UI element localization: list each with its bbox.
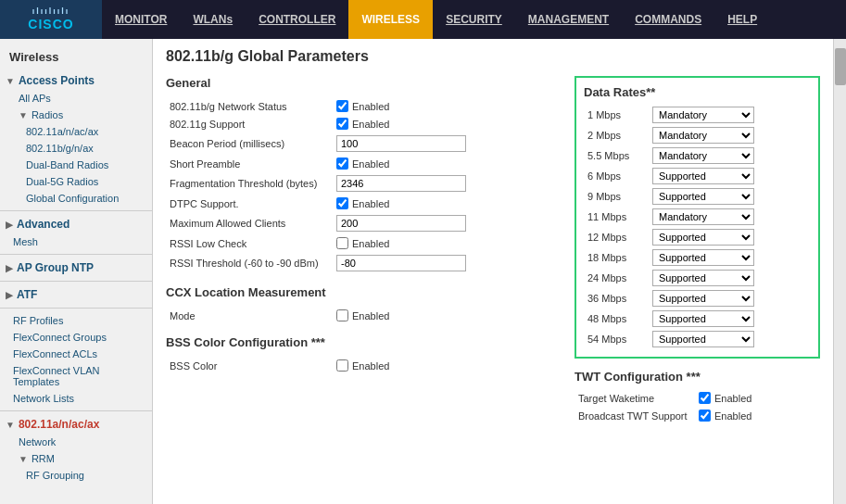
data-rate-row: 48 MbpsMandatorySupportedDisabled xyxy=(584,309,811,329)
broadcast-twt-checkbox[interactable] xyxy=(699,410,711,422)
sidebar-item-flexconnect-groups[interactable]: FlexConnect Groups xyxy=(0,329,152,346)
field-label: Maximum Allowed Clients xyxy=(166,212,333,234)
nav-controller[interactable]: CONTROLLER xyxy=(246,0,348,39)
nav-management[interactable]: MANAGEMENT xyxy=(515,0,622,39)
twt-row-broadcast: Broadcast TWT Support Enabled xyxy=(575,407,820,424)
ccx-mode-checkbox[interactable] xyxy=(336,309,348,321)
field-label: Short Preamble xyxy=(166,155,333,172)
radios-expand-icon: ▼ xyxy=(19,110,28,120)
sidebar-item-rf-profiles[interactable]: RF Profiles xyxy=(0,312,152,329)
expand-icon: ▼ xyxy=(6,76,15,86)
field-label: 802.11g Support xyxy=(166,115,333,132)
rate-select-5[interactable]: MandatorySupportedDisabled xyxy=(652,208,754,225)
bss-section-title: BSS Color Configuration *** xyxy=(166,335,560,349)
broadcast-twt-group: Enabled xyxy=(699,410,816,422)
sidebar-item-flexconnect-vlan[interactable]: FlexConnect VLAN Templates xyxy=(0,362,152,390)
scrollbar-thumb[interactable] xyxy=(835,48,846,85)
field-label: DTPC Support. xyxy=(166,195,333,212)
data-rate-row: 54 MbpsMandatorySupportedDisabled xyxy=(584,329,811,349)
sidebar-item-80211bgnax[interactable]: 802.11b/g/n/ax xyxy=(0,140,152,157)
rate-select-2[interactable]: MandatorySupportedDisabled xyxy=(652,147,754,164)
fragmentation-input[interactable] xyxy=(336,175,466,192)
general-section-title: General xyxy=(166,76,560,90)
field-label: 802.11b/g Network Status xyxy=(166,97,333,115)
short-preamble-checkbox-group: Enabled xyxy=(336,158,556,170)
sidebar-item-80211anax[interactable]: 802.11a/n/ac/ax xyxy=(0,123,152,140)
twt-label: Broadcast TWT Support xyxy=(575,407,695,424)
nav-monitor[interactable]: MONITOR xyxy=(102,0,180,39)
sidebar-item-network[interactable]: Network xyxy=(0,434,152,450)
rate-select-3[interactable]: MandatorySupportedDisabled xyxy=(652,168,754,184)
sidebar-item-network-lists[interactable]: Network Lists xyxy=(0,390,152,407)
sidebar-item-flexconnect-acls[interactable]: FlexConnect ACLs xyxy=(0,346,152,362)
sidebar-item-all-aps[interactable]: All APs xyxy=(0,90,152,107)
sidebar-item-access-points[interactable]: ▼ Access Points xyxy=(0,71,152,90)
nav-items: MONITOR WLANs CONTROLLER WIRELESS SECURI… xyxy=(102,0,846,39)
rate-label: 1 Mbps xyxy=(584,105,649,125)
rate-label: 9 Mbps xyxy=(584,186,649,207)
nav-commands[interactable]: COMMANDS xyxy=(622,0,714,39)
cisco-logo: ılıılıılı CISCO xyxy=(0,0,102,39)
rate-label: 11 Mbps xyxy=(584,207,649,227)
sidebar-item-dual-5g[interactable]: Dual-5G Radios xyxy=(0,173,152,190)
field-label: RSSI Threshold (-60 to -90 dBm) xyxy=(166,252,333,274)
field-label: BSS Color xyxy=(166,357,333,374)
rate-select-4[interactable]: MandatorySupportedDisabled xyxy=(652,188,754,205)
nav-security[interactable]: SECURITY xyxy=(433,0,515,39)
rate-select-9[interactable]: MandatorySupportedDisabled xyxy=(652,290,754,307)
sidebar-item-rrm[interactable]: ▼ RRM xyxy=(0,450,152,467)
a-expand-icon: ▼ xyxy=(6,420,15,430)
main-content: 802.11b/g Global Parameters General 802.… xyxy=(153,39,833,504)
rate-label: 48 Mbps xyxy=(584,309,649,329)
nav-wireless[interactable]: WIRELESS xyxy=(348,0,433,39)
ccx-form: Mode Enabled xyxy=(166,307,560,324)
sidebar-item-mesh[interactable]: Mesh xyxy=(0,233,152,250)
sidebar-item-dual-band[interactable]: Dual-Band Radios xyxy=(0,157,152,173)
field-max-clients: Maximum Allowed Clients xyxy=(166,212,560,234)
80211g-support-checkbox[interactable] xyxy=(336,118,348,130)
sidebar-divider-4 xyxy=(0,308,152,309)
rate-select-6[interactable]: MandatorySupportedDisabled xyxy=(652,229,754,246)
target-waketime-checkbox[interactable] xyxy=(699,392,711,404)
dtpc-label: Enabled xyxy=(352,198,389,209)
rssi-low-checkbox[interactable] xyxy=(336,237,348,249)
short-preamble-label: Enabled xyxy=(352,158,389,170)
rate-select-1[interactable]: MandatorySupportedDisabled xyxy=(652,127,754,144)
rate-select-7[interactable]: MandatorySupportedDisabled xyxy=(652,249,754,266)
data-rate-row: 2 MbpsMandatorySupportedDisabled xyxy=(584,125,811,145)
rssi-threshold-input[interactable] xyxy=(336,255,466,271)
rate-select-11[interactable]: MandatorySupportedDisabled xyxy=(652,331,754,347)
field-short-preamble: Short Preamble Enabled xyxy=(166,155,560,172)
right-column: Data Rates** 1 MbpsMandatorySupportedDis… xyxy=(575,76,820,424)
field-bss-color: BSS Color Enabled xyxy=(166,357,560,374)
bss-color-checkbox[interactable] xyxy=(336,359,348,372)
nav-help[interactable]: HELP xyxy=(714,0,770,39)
network-status-checkbox[interactable] xyxy=(336,100,348,112)
rate-select-10[interactable]: MandatorySupportedDisabled xyxy=(652,310,754,327)
sidebar-item-advanced[interactable]: ▶ Advanced xyxy=(0,215,152,233)
atf-expand-icon: ▶ xyxy=(6,290,13,300)
ccx-mode-checkbox-group: Enabled xyxy=(336,309,556,321)
data-rate-row: 18 MbpsMandatorySupportedDisabled xyxy=(584,247,811,268)
beacon-period-input[interactable] xyxy=(336,135,466,152)
page-scrollbar[interactable] xyxy=(833,39,846,504)
bss-color-checkbox-group: Enabled xyxy=(336,359,556,372)
nav-wlans[interactable]: WLANs xyxy=(180,0,246,39)
sidebar-item-global-config[interactable]: Global Configuration xyxy=(0,190,152,207)
sidebar-divider-5 xyxy=(0,410,152,411)
sidebar-item-80211a[interactable]: ▼ 802.11a/n/ac/ax xyxy=(0,415,152,434)
left-column: General 802.11b/g Network Status Enabled… xyxy=(166,76,560,424)
sidebar-item-radios[interactable]: ▼ Radios xyxy=(0,107,152,123)
sidebar-item-ap-group-ntp[interactable]: ▶ AP Group NTP xyxy=(0,258,152,277)
max-clients-input[interactable] xyxy=(336,215,466,232)
rate-select-8[interactable]: MandatorySupportedDisabled xyxy=(652,270,754,286)
sidebar-item-rf-grouping[interactable]: RF Grouping xyxy=(0,467,152,484)
short-preamble-checkbox[interactable] xyxy=(336,158,348,170)
ccx-section-title: CCX Location Measurement xyxy=(166,285,560,299)
field-fragmentation: Fragmentation Threshold (bytes) xyxy=(166,172,560,195)
target-waketime-group: Enabled xyxy=(699,392,816,404)
sidebar-item-atf[interactable]: ▶ ATF xyxy=(0,285,152,304)
data-rate-row: 9 MbpsMandatorySupportedDisabled xyxy=(584,186,811,207)
rate-select-0[interactable]: MandatorySupportedDisabled xyxy=(652,107,754,123)
dtpc-checkbox[interactable] xyxy=(336,197,348,209)
